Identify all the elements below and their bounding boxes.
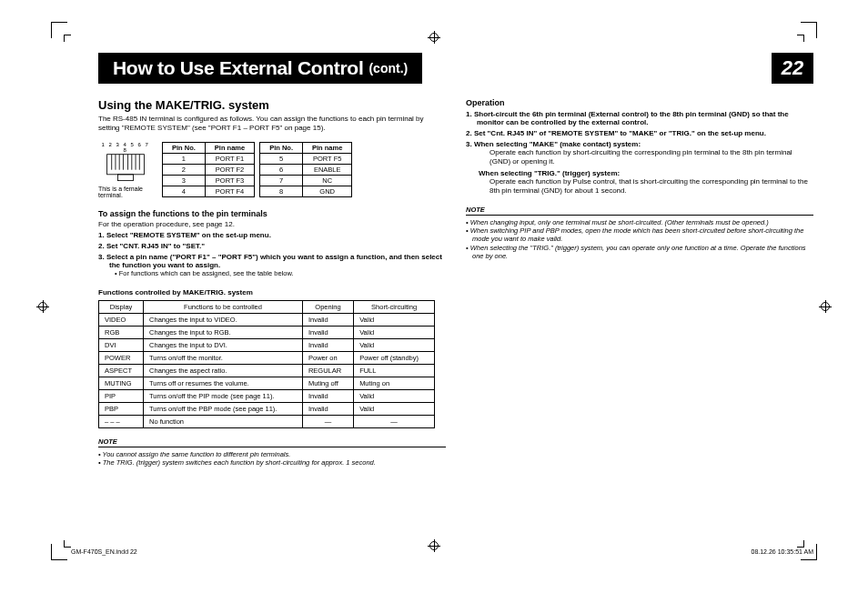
func-cell: Power off (standby): [354, 352, 435, 365]
operation-steps: Short-circuit the 6th pin terminal (Exte…: [466, 110, 813, 196]
func-cell: Turns on/off the monitor.: [144, 352, 303, 365]
func-title: Functions controlled by MAKE/TRIG. syste…: [98, 288, 446, 296]
op-trig-sub: Operate each function by Pulse control, …: [490, 177, 813, 196]
func-cell: POWER: [99, 352, 144, 365]
pin-cell: 8: [260, 186, 303, 197]
func-cell: —: [302, 416, 353, 428]
step-1: Select "REMOTE SYSTEM" on the set-up men…: [109, 231, 446, 239]
note-label: NOTE: [466, 206, 813, 216]
func-cell: VIDEO: [99, 314, 144, 327]
func-col: Opening: [302, 301, 353, 314]
func-col: Display: [99, 301, 144, 314]
registration-mark: [428, 31, 440, 44]
op-step-1: Short-circuit the 6th pin terminal (Exte…: [477, 110, 813, 126]
func-cell: MUTING: [99, 377, 144, 390]
right-column: Operation Short-circuit the 6th pin term…: [466, 98, 813, 467]
pin-cell: 1: [163, 154, 206, 165]
print-footer: GM-F470S_EN.indd 22 08.12.26 10:35:51 AM: [71, 548, 813, 555]
crop-mark-inner: [64, 540, 71, 548]
pin-table: Pin No. Pin name Pin No. Pin name 1PORT …: [162, 142, 352, 197]
pin-cell: PORT F3: [205, 176, 254, 186]
footer-left: GM-F470S_EN.indd 22: [71, 548, 137, 555]
func-cell: ASPECT: [99, 365, 144, 377]
pin-diagram-row: 1 2 3 4 5 6 7 8 This is a female termina…: [98, 142, 446, 198]
op-step-3-text: When selecting "MAKE" (make contact) sys…: [474, 140, 641, 148]
rj45-icon: 1 2 3 4 5 6 7 8 This is a female termina…: [98, 142, 153, 198]
note-item: When changing input, only one terminal m…: [472, 218, 813, 226]
note-item: When selecting the "TRIG." (trigger) sys…: [472, 244, 813, 261]
func-cell: Valid: [354, 339, 435, 352]
func-cell: RGB: [99, 327, 144, 339]
func-cell: Changes the input to DVI.: [144, 339, 303, 352]
assign-intro: For the operation procedure, see page 12…: [98, 220, 446, 228]
pin-cell: NC: [303, 176, 352, 186]
op-step-3-sub: Operate each function by short-circuitin…: [490, 148, 813, 167]
registration-mark: [36, 300, 49, 313]
svg-rect-1: [118, 175, 134, 181]
op-step-2: Set "Cnt. RJ45 IN" of "REMOTE SYSTEM" to…: [477, 129, 813, 137]
assign-steps: Select "REMOTE SYSTEM" on the set-up men…: [98, 231, 446, 277]
func-cell: Turns off or resumes the volume.: [144, 377, 303, 390]
func-cell: Invalid: [302, 403, 353, 416]
pin-cell: 6: [260, 165, 303, 176]
func-cell: Invalid: [302, 327, 353, 339]
step-3: Select a pin name ("PORT F1" – "PORT F5"…: [109, 253, 446, 277]
functions-table: Display Functions to be controlled Openi…: [98, 300, 435, 428]
pin-cell: PORT F5: [303, 154, 352, 165]
pin-cell: ENABLE: [303, 165, 352, 176]
pin-col-a-no: Pin No.: [163, 143, 206, 154]
title-main: How to Use External Control: [113, 57, 363, 79]
intro-text: The RS-485 IN terminal is configured as …: [98, 115, 446, 133]
func-cell: Turns on/off the PBP mode (see page 11).: [144, 403, 303, 416]
pin-cell: PORT F4: [205, 186, 254, 197]
note-block: NOTE You cannot assign the same function…: [98, 437, 446, 467]
func-col: Functions to be controlled: [144, 301, 303, 314]
func-cell: FULL: [354, 365, 435, 377]
crop-mark-inner: [797, 35, 804, 42]
page-title: How to Use External Control (cont.): [98, 53, 422, 84]
pin-cell: PORT F2: [205, 165, 254, 176]
svg-rect-0: [107, 155, 145, 175]
func-cell: Turns on/off the PIP mode (see page 11).: [144, 390, 303, 403]
crop-mark-inner: [797, 540, 804, 548]
note-label: NOTE: [98, 437, 446, 447]
op-trig-bold: When selecting "TRIG." (trigger) system:: [490, 169, 813, 177]
page-content: How to Use External Control (cont.) 22 U…: [98, 53, 813, 533]
func-col: Short-circuiting: [354, 301, 435, 314]
func-cell: Changes the input to VIDEO.: [144, 314, 303, 327]
registration-mark: [819, 300, 832, 313]
pin-cell: 5: [260, 154, 303, 165]
func-cell: No function: [144, 416, 303, 428]
pin-cell: 7: [260, 176, 303, 186]
pin-cell: PORT F1: [205, 154, 254, 165]
section-heading: Using the MAKE/TRIG. system: [98, 98, 446, 112]
step-3-text: Select a pin name ("PORT F1" – "PORT F5"…: [106, 253, 442, 269]
func-cell: REGULAR: [302, 365, 353, 377]
note-item: You cannot assign the same function to d…: [105, 450, 446, 458]
left-column: Using the MAKE/TRIG. system The RS-485 I…: [98, 98, 446, 467]
func-cell: Changes the aspect ratio.: [144, 365, 303, 377]
assign-heading: To assign the functions to the pin termi…: [98, 209, 446, 218]
pin-cell: GND: [303, 186, 352, 197]
func-cell: Valid: [354, 390, 435, 403]
pin-col-b-name: Pin name: [303, 143, 352, 154]
rj45-caption: This is a female terminal.: [98, 186, 153, 198]
title-bar: How to Use External Control (cont.) 22: [98, 53, 813, 84]
note-item: When switching PIP and PBP modes, open t…: [472, 226, 813, 244]
operation-heading: Operation: [466, 98, 813, 107]
func-cell: DVI: [99, 339, 144, 352]
func-cell: Changes the input to RGB.: [144, 327, 303, 339]
func-cell: —: [354, 416, 435, 428]
footer-right: 08.12.26 10:35:51 AM: [752, 548, 814, 555]
func-cell: Valid: [354, 403, 435, 416]
func-cell: PIP: [99, 390, 144, 403]
func-cell: – – –: [99, 416, 144, 428]
pin-cell: 3: [163, 176, 206, 186]
func-cell: PBP: [99, 403, 144, 416]
crop-mark-inner: [64, 35, 71, 42]
func-cell: Power on: [302, 352, 353, 365]
func-cell: Valid: [354, 327, 435, 339]
pin-col-b-no: Pin No.: [260, 143, 303, 154]
note-item: The TRIG. (trigger) system switches each…: [105, 458, 446, 467]
pin-cell: 4: [163, 186, 206, 197]
